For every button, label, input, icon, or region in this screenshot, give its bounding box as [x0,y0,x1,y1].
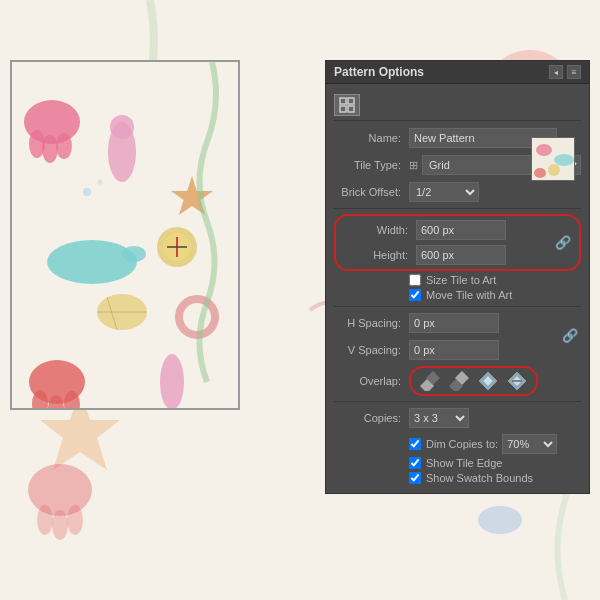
show-swatch-label: Show Swatch Bounds [426,472,533,484]
brick-offset-label: Brick Offset: [334,186,409,198]
svg-point-53 [548,164,560,176]
overlap-btn-4[interactable] [506,370,528,392]
svg-point-44 [83,188,91,196]
svg-rect-49 [348,106,354,112]
show-swatch-checkbox-row: Show Swatch Bounds [334,472,581,484]
panel-title: Pattern Options [334,65,424,79]
dim-copies-checkbox[interactable] [409,438,421,450]
grid-icon-button[interactable] [334,94,360,116]
svg-point-14 [52,510,68,540]
svg-point-13 [37,505,53,535]
collapse-button[interactable]: ◂ [549,65,563,79]
overlap-btn-1[interactable] [419,370,441,392]
size-tile-label: Size Tile to Art [426,274,496,286]
move-tile-label: Move Tile with Art [426,289,512,301]
spacing-link-icon: 🔗 [561,312,579,358]
panel-controls: ◂ ≡ [549,65,581,79]
brick-offset-row: Brick Offset: 1/2 1/3 1/4 1/5 [334,181,581,203]
size-tile-checkbox[interactable] [409,274,421,286]
svg-point-29 [47,240,137,284]
icon-bar [334,90,581,121]
svg-point-52 [554,154,574,166]
copies-label: Copies: [334,412,409,424]
overlap-btn-2[interactable] [448,370,470,392]
svg-point-24 [42,135,58,163]
copies-select[interactable]: 3 x 3 5 x 5 7 x 7 [409,408,469,428]
preview-panel [10,60,240,410]
tile-type-icon: ⊞ [409,159,418,172]
panel-body: Name: Tile Type: ⊞ Grid Brick by Row Br [326,84,589,493]
svg-point-51 [536,144,552,156]
size-highlight-group: Width: 🔗 Height: [334,214,581,271]
dim-copies-percent-select[interactable]: 70% 50% 30% [502,434,557,454]
h-spacing-row: H Spacing: 🔗 [334,312,581,334]
height-input[interactable] [416,245,506,265]
svg-point-43 [160,354,184,410]
h-spacing-input[interactable] [409,313,499,333]
name-label: Name: [334,132,409,144]
svg-point-30 [122,246,146,262]
show-tile-label: Show Tile Edge [426,457,502,469]
show-tile-checkbox-row: Show Tile Edge [334,457,581,469]
overlap-group [409,366,538,396]
h-spacing-label: H Spacing: [334,317,409,329]
divider-2 [334,306,581,307]
width-label: Width: [341,224,416,236]
svg-point-45 [98,180,103,185]
copies-row: Copies: 3 x 3 5 x 5 7 x 7 [334,407,581,429]
overlap-row: Overlap: [334,366,581,396]
show-tile-checkbox[interactable] [409,457,421,469]
v-spacing-label: V Spacing: [334,344,409,356]
show-swatch-checkbox[interactable] [409,472,421,484]
panel-titlebar: Pattern Options ◂ ≡ [326,61,589,84]
dim-copies-checkbox-row: Dim Copies to: 70% 50% 30% [334,434,581,454]
svg-point-12 [28,464,92,516]
divider-1 [334,208,581,209]
svg-point-15 [67,505,83,535]
move-tile-checkbox-row: Move Tile with Art [334,289,581,301]
v-spacing-row: V Spacing: [334,339,581,361]
link-icon: 🔗 [554,219,572,265]
overlap-btn-3[interactable] [477,370,499,392]
width-input[interactable] [416,220,506,240]
svg-rect-46 [340,98,346,104]
pattern-thumbnail [531,137,575,181]
v-spacing-input[interactable] [409,340,499,360]
preview-svg [12,62,240,410]
svg-rect-48 [340,106,346,112]
name-row: Name: [334,127,581,149]
divider-3 [334,401,581,402]
svg-point-27 [110,115,134,139]
tile-type-label: Tile Type: [334,159,409,171]
size-tile-checkbox-row: Size Tile to Art [334,274,581,286]
dim-copies-label: Dim Copies to: [426,438,498,450]
brick-offset-select[interactable]: 1/2 1/3 1/4 1/5 [409,182,479,202]
svg-point-54 [534,168,546,178]
height-row: Height: [341,244,574,266]
svg-rect-47 [348,98,354,104]
overlap-label: Overlap: [334,375,409,387]
move-tile-checkbox[interactable] [409,289,421,301]
panel-menu-button[interactable]: ≡ [567,65,581,79]
height-label: Height: [341,249,416,261]
svg-point-16 [478,506,522,534]
width-row: Width: 🔗 [341,219,574,241]
svg-point-25 [56,133,72,159]
pattern-options-panel: Pattern Options ◂ ≡ Name: [325,60,590,494]
